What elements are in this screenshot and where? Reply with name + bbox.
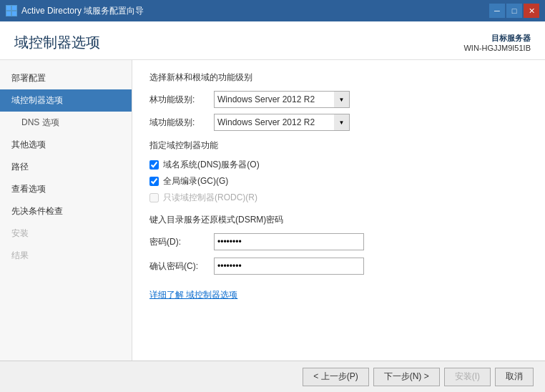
gc-checkbox[interactable] [149, 177, 159, 186]
sidebar-item-install: 安装 [0, 222, 132, 245]
forest-section-title: 选择新林和根域的功能级别 [149, 72, 528, 84]
rodc-checkbox [149, 193, 159, 202]
sidebar-item-other-options[interactable]: 其他选项 [0, 134, 132, 156]
confirm-password-input[interactable] [214, 258, 364, 275]
back-button[interactable]: < 上一步(P) [303, 368, 368, 386]
gc-checkbox-label[interactable]: 全局编录(GC)(G) [163, 175, 228, 187]
next-button[interactable]: 下一步(N) > [373, 368, 440, 386]
sidebar-item-deployment[interactable]: 部署配置 [0, 67, 132, 89]
domain-level-row: 域功能级别: Windows Server 2012 R2 Windows Se… [149, 114, 528, 131]
minimize-button[interactable]: ─ [489, 4, 505, 18]
target-server-name: WIN-HGJJM9I51IB [463, 44, 531, 52]
main-content: 选择新林和根域的功能级别 林功能级别: Windows Server 2012 … [132, 60, 545, 361]
rodc-checkbox-label: 只读域控制器(RODC)(R) [163, 192, 257, 204]
domain-level-dropdown-wrapper: Windows Server 2012 R2 Windows Server 20… [214, 114, 350, 131]
dns-checkbox-label[interactable]: 域名系统(DNS)服务器(O) [163, 159, 260, 171]
cancel-button[interactable]: 取消 [495, 368, 534, 386]
password-input[interactable] [214, 233, 364, 250]
svg-rect-2 [6, 11, 11, 16]
close-button[interactable]: ✕ [524, 4, 539, 18]
forest-level-select[interactable]: Windows Server 2012 R2 Windows Server 20… [214, 91, 350, 108]
domain-level-label: 域功能级别: [149, 117, 214, 129]
app-icon [6, 5, 17, 16]
svg-rect-1 [12, 6, 16, 10]
rodc-checkbox-row: 只读域控制器(RODC)(R) [149, 192, 528, 204]
window-title: Active Directory 域服务配置向导 [21, 5, 144, 17]
sidebar-item-result: 结果 [0, 245, 132, 267]
confirm-label: 确认密码(C): [149, 260, 214, 273]
title-bar-left: Active Directory 域服务配置向导 [6, 5, 144, 17]
sidebar-item-prereq[interactable]: 先决条件检查 [0, 200, 132, 222]
sidebar-item-dns-options[interactable]: DNS 选项 [0, 112, 132, 134]
dc-function-title: 指定域控制器功能 [149, 139, 528, 152]
footer: < 上一步(P) 下一步(N) > 安装(I) 取消 [0, 361, 545, 392]
password-row: 密码(D): [149, 233, 528, 250]
window-body: 域控制器选项 目标服务器 WIN-HGJJM9I51IB 部署配置 域控制器选项… [0, 21, 545, 392]
sidebar-item-path[interactable]: 路径 [0, 156, 132, 178]
page-title: 域控制器选项 [14, 33, 100, 52]
confirm-password-row: 确认密码(C): [149, 258, 528, 275]
install-button: 安装(I) [444, 368, 491, 386]
password-label: 密码(D): [149, 236, 214, 248]
title-bar-controls: ─ □ ✕ [489, 4, 539, 18]
forest-level-dropdown-wrapper: Windows Server 2012 R2 Windows Server 20… [214, 91, 350, 108]
header-area: 域控制器选项 目标服务器 WIN-HGJJM9I51IB [0, 21, 545, 60]
title-bar: Active Directory 域服务配置向导 ─ □ ✕ [0, 0, 545, 21]
learn-more-link[interactable]: 详细了解 域控制器选项 [149, 289, 528, 301]
forest-level-row: 林功能级别: Windows Server 2012 R2 Windows Se… [149, 91, 528, 108]
dns-checkbox[interactable] [149, 160, 159, 170]
domain-level-select[interactable]: Windows Server 2012 R2 Windows Server 20… [214, 114, 350, 131]
sidebar: 部署配置 域控制器选项 DNS 选项 其他选项 路径 查看选项 先决条件检查 安… [0, 60, 132, 361]
target-server-label: 目标服务器 [463, 33, 531, 44]
password-section-title: 键入目录服务还原模式(DSRM)密码 [149, 214, 528, 226]
dns-checkbox-row: 域名系统(DNS)服务器(O) [149, 159, 528, 171]
svg-rect-3 [12, 11, 16, 16]
forest-level-label: 林功能级别: [149, 94, 214, 106]
content-area: 部署配置 域控制器选项 DNS 选项 其他选项 路径 查看选项 先决条件检查 安… [0, 60, 545, 361]
sidebar-item-view-options[interactable]: 查看选项 [0, 178, 132, 200]
sidebar-item-dc-options[interactable]: 域控制器选项 [0, 89, 132, 112]
maximize-button[interactable]: □ [506, 4, 522, 18]
svg-rect-0 [6, 6, 11, 10]
target-server: 目标服务器 WIN-HGJJM9I51IB [463, 33, 531, 52]
gc-checkbox-row: 全局编录(GC)(G) [149, 175, 528, 187]
